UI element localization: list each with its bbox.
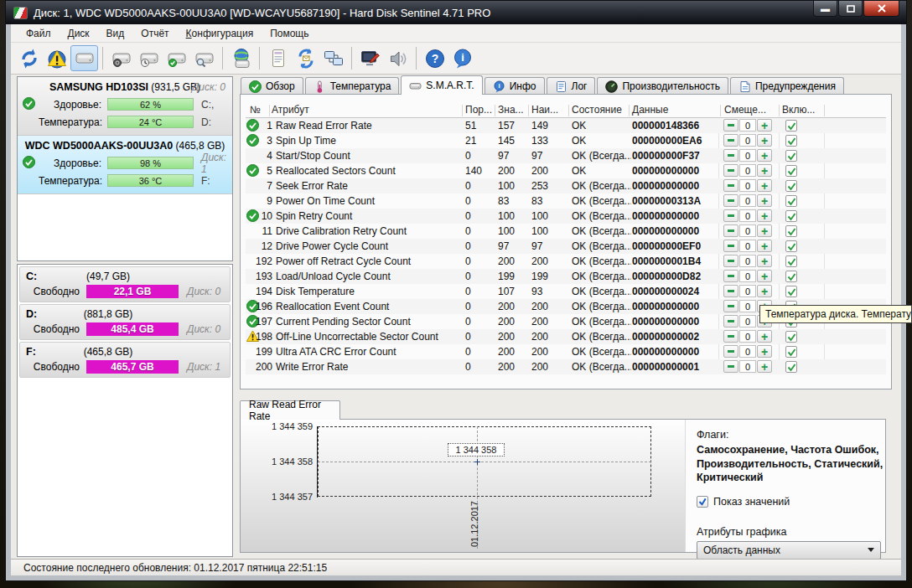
offset-value[interactable]: 0 <box>739 194 756 207</box>
offset-decrease-button[interactable] <box>723 134 738 147</box>
menu-item-конфигурация[interactable]: Конфигурация <box>178 25 262 42</box>
smart-attribute-row[interactable]: 4Start/Stop Count09797OK (Всегда...00000… <box>246 148 886 163</box>
offset-increase-button[interactable]: + <box>757 345 772 358</box>
offset-increase-button[interactable]: + <box>757 285 772 297</box>
partition-card[interactable]: F:(465,8 GB)Свободно465,7 GBДиск: 1 <box>19 342 231 378</box>
attribute-enabled-checkbox[interactable] <box>785 165 797 177</box>
smart-attribute-row[interactable]: 5Reallocated Sectors Count140200200OK000… <box>246 163 886 178</box>
offset-decrease-button[interactable] <box>723 149 738 162</box>
offset-value[interactable]: 0 <box>739 360 756 373</box>
offset-increase-button[interactable]: + <box>757 149 772 162</box>
column-header-threshold[interactable]: Пор... <box>465 104 492 116</box>
offset-value[interactable]: 0 <box>739 149 756 162</box>
column-header-data[interactable]: Данные <box>632 104 668 116</box>
column-header-status[interactable]: Состояние <box>572 104 622 116</box>
attribute-enabled-checkbox[interactable] <box>785 180 797 192</box>
offset-increase-button[interactable]: + <box>757 209 772 222</box>
chart-tab[interactable]: Raw Read Error Rate <box>240 400 340 420</box>
close-button[interactable] <box>863 1 899 17</box>
offset-increase-button[interactable]: + <box>757 194 772 207</box>
offset-value[interactable]: 0 <box>739 285 756 297</box>
offset-value[interactable]: 0 <box>739 119 756 132</box>
maximize-button[interactable] <box>838 1 863 17</box>
offset-increase-button[interactable]: + <box>757 119 772 132</box>
disk-card[interactable]: WDC WD5000AAKS-00UU3A0 (465,8 GB)Здоровь… <box>18 136 232 194</box>
offset-increase-button[interactable]: + <box>757 134 772 147</box>
offset-increase-button[interactable]: + <box>757 240 772 252</box>
tab-info-tab[interactable]: iИнфо <box>484 77 545 95</box>
smart-attribute-row[interactable]: 200Write Error Rate0200200OK (Всегда...0… <box>246 359 886 374</box>
smart-attribute-row[interactable]: 12Drive Power Cycle Count09797OK (Всегда… <box>246 239 886 254</box>
column-header-worst[interactable]: Наи... <box>531 104 558 116</box>
attribute-enabled-checkbox[interactable] <box>785 255 797 267</box>
offset-value[interactable]: 0 <box>739 224 756 237</box>
offset-increase-button[interactable]: + <box>757 224 772 237</box>
column-header-attr[interactable]: Атрибут <box>272 104 309 116</box>
chart-attrs-dropdown[interactable]: Область данных <box>697 541 881 560</box>
offset-value[interactable]: 0 <box>739 330 756 343</box>
attribute-enabled-checkbox[interactable] <box>785 331 797 343</box>
disk-card[interactable]: SAMSUNG HD103SI (931,5 GB)Диск: 0Здоровь… <box>18 77 232 136</box>
toolbar-button-alert-disk[interactable] <box>43 45 70 71</box>
offset-value[interactable]: 0 <box>739 315 756 328</box>
offset-increase-button[interactable]: + <box>757 270 772 282</box>
offset-decrease-button[interactable] <box>723 360 738 373</box>
offset-decrease-button[interactable] <box>723 179 738 192</box>
attribute-enabled-checkbox[interactable] <box>785 286 797 297</box>
column-header-value[interactable]: Зна... <box>498 104 524 116</box>
attribute-enabled-checkbox[interactable] <box>785 210 797 222</box>
smart-attribute-row[interactable]: 199Ultra ATA CRC Error Count0200200OK (В… <box>246 344 886 359</box>
toolbar-button-disk-details[interactable] <box>70 45 98 71</box>
offset-value[interactable]: 0 <box>739 240 756 252</box>
smart-attribute-row[interactable]: 194Disk Temperature010793OK (Всегда...00… <box>246 284 886 299</box>
toolbar-button-disk-clock[interactable] <box>135 45 163 71</box>
smart-attribute-row[interactable]: 193Load/Unload Cycle Count0199199OK (Все… <box>246 269 886 284</box>
offset-decrease-button[interactable] <box>723 330 738 343</box>
offset-decrease-button[interactable] <box>723 315 738 328</box>
toolbar-button-disk-find[interactable] <box>190 45 218 71</box>
smart-attribute-row[interactable]: 3Spin Up Time21145133OK000000000EA60+ <box>246 133 886 148</box>
menu-item-помощь[interactable]: Помощь <box>262 25 317 42</box>
toolbar-button-refresh[interactable] <box>15 45 43 71</box>
attribute-enabled-checkbox[interactable] <box>785 346 797 358</box>
smart-attribute-row[interactable]: 192Power off Retract Cycle Count0200200O… <box>246 254 886 269</box>
offset-increase-button[interactable]: + <box>757 330 772 343</box>
minimize-button[interactable]: ▬ <box>813 1 837 17</box>
attribute-enabled-checkbox[interactable] <box>785 240 797 252</box>
tab-warnings[interactable]: Предупреждения <box>730 77 844 95</box>
column-header-num[interactable]: № <box>250 104 261 116</box>
menu-item-отчёт[interactable]: Отчёт <box>132 25 177 42</box>
offset-decrease-button[interactable] <box>723 119 738 132</box>
show-values-checkbox[interactable] <box>697 496 708 508</box>
offset-decrease-button[interactable] <box>723 255 738 267</box>
partition-card[interactable]: C:(49,7 GB)Свободно22,1 GBДиск: 0 <box>19 266 231 302</box>
offset-value[interactable]: 0 <box>739 179 756 192</box>
toolbar-button-network[interactable] <box>319 45 347 71</box>
toolbar-button-info[interactable]: i <box>448 45 476 71</box>
menu-item-диск[interactable]: Диск <box>60 25 98 42</box>
offset-increase-button[interactable]: + <box>757 255 772 267</box>
tab-log[interactable]: Лог <box>547 77 596 95</box>
offset-increase-button[interactable]: + <box>757 179 772 192</box>
offset-decrease-button[interactable] <box>723 164 738 177</box>
offset-decrease-button[interactable] <box>723 345 738 358</box>
attribute-enabled-checkbox[interactable] <box>785 120 797 132</box>
column-header-enabled[interactable]: Вклю... <box>782 104 815 116</box>
toolbar-button-report[interactable] <box>264 45 292 71</box>
smart-attribute-row[interactable]: 9Power On Time Count08383OK (Всегда...00… <box>246 193 886 209</box>
offset-increase-button[interactable]: + <box>757 360 772 373</box>
attribute-enabled-checkbox[interactable] <box>785 271 797 282</box>
offset-decrease-button[interactable] <box>723 285 738 297</box>
title-bar[interactable]: Диск: 1, WDC WD5000AAKS-00UU3A0 [WD-WCAY… <box>6 1 906 24</box>
offset-value[interactable]: 0 <box>739 345 756 358</box>
attribute-enabled-checkbox[interactable] <box>785 150 797 162</box>
offset-decrease-button[interactable] <box>723 209 738 222</box>
tab-temperature[interactable]: Температура <box>305 77 400 95</box>
smart-attribute-row[interactable]: 7Seek Error Rate0100253OK (Всегда...0000… <box>246 178 886 193</box>
offset-increase-button[interactable]: + <box>757 164 772 177</box>
menu-item-вид[interactable]: Вид <box>98 25 133 42</box>
offset-value[interactable]: 0 <box>739 300 756 312</box>
smart-attribute-row[interactable]: 10Spin Retry Count0100100OK (Всегда...00… <box>246 209 886 224</box>
tab-overview[interactable]: Обзор <box>241 77 303 95</box>
column-header-offset[interactable]: Смеще... <box>724 104 766 116</box>
